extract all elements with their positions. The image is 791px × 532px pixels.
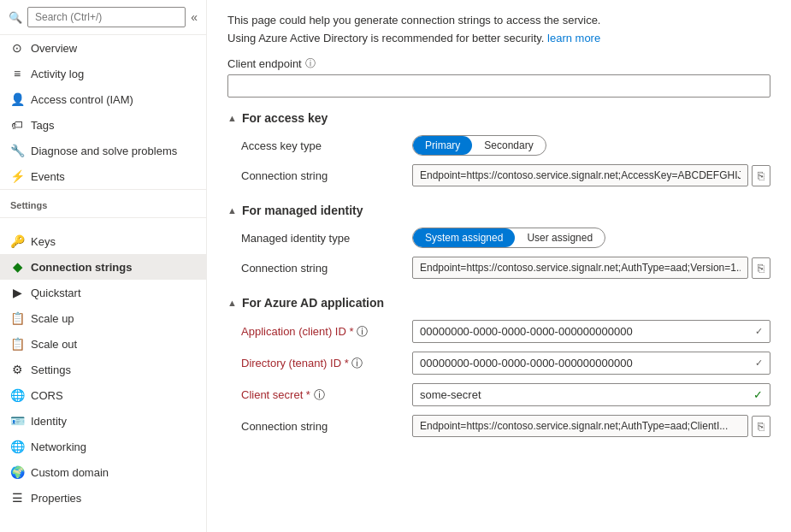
- access-key-conn-label: Connection string: [241, 169, 412, 182]
- networking-icon: 🌐: [10, 440, 24, 453]
- access-key-conn-input[interactable]: [412, 164, 748, 186]
- managed-identity-toggle-group: System assigned User assigned: [412, 228, 605, 248]
- overview-icon: ⊙: [10, 41, 24, 55]
- sidebar-item-label: Quickstart: [31, 287, 81, 299]
- app-id-input[interactable]: [420, 325, 755, 338]
- sidebar-item-properties[interactable]: ☰ Properties: [0, 485, 206, 511]
- user-assigned-button[interactable]: User assigned: [515, 228, 605, 247]
- connection-strings-icon: ◆: [10, 260, 24, 274]
- search-input[interactable]: [27, 7, 186, 27]
- app-id-info-icon[interactable]: ⓘ: [357, 325, 368, 338]
- system-assigned-button[interactable]: System assigned: [413, 228, 515, 247]
- sidebar-item-tags[interactable]: 🏷 Tags: [0, 112, 206, 138]
- identity-icon: 🪪: [10, 414, 24, 428]
- sidebar-item-custom-domain[interactable]: 🌍 Custom domain: [0, 459, 206, 485]
- sidebar-item-networking[interactable]: 🌐 Networking: [0, 434, 206, 459]
- client-endpoint-input[interactable]: [227, 74, 770, 98]
- managed-identity-conn-input[interactable]: [412, 257, 748, 279]
- keys-icon: 🔑: [10, 234, 24, 248]
- events-icon: ⚡: [10, 169, 24, 183]
- client-secret-info-icon[interactable]: ⓘ: [314, 388, 325, 401]
- azure-ad-section: ▲ For Azure AD application Application (…: [227, 296, 770, 437]
- app-id-dropdown: ✓: [412, 320, 770, 343]
- client-secret-content: ✓: [412, 383, 770, 406]
- custom-domain-icon: 🌍: [10, 465, 24, 479]
- access-control-icon: 👤: [10, 92, 24, 106]
- scale-out-icon: 📋: [10, 337, 24, 351]
- sidebar-item-events[interactable]: ⚡ Events: [0, 163, 206, 189]
- primary-button[interactable]: Primary: [413, 136, 472, 155]
- sidebar-item-overview[interactable]: ⊙ Overview: [0, 35, 206, 61]
- managed-identity-copy-button[interactable]: ⎘: [752, 257, 770, 279]
- sidebar-item-scale-up[interactable]: 📋 Scale up: [0, 305, 206, 331]
- settings-divider: [0, 217, 206, 218]
- sidebar-item-settings[interactable]: ⚙ Settings: [0, 357, 206, 382]
- sidebar-item-activity-log[interactable]: ≡ Activity log: [0, 61, 206, 86]
- access-key-title: For access key: [242, 111, 328, 125]
- sidebar-item-label: Settings: [31, 364, 71, 376]
- dir-id-input[interactable]: [420, 357, 755, 369]
- dir-id-info-icon[interactable]: ⓘ: [351, 357, 363, 369]
- client-secret-row: Client secret * ⓘ ✓: [227, 383, 770, 406]
- azure-ad-conn-content: ⎘: [412, 415, 770, 437]
- sidebar-item-connection-strings[interactable]: ◆ Connection strings: [0, 254, 206, 280]
- sidebar-item-cors[interactable]: 🌐 CORS: [0, 382, 206, 408]
- managed-identity-type-row: Managed identity type System assigned Us…: [227, 228, 770, 248]
- settings-nav-items: 🔑 Keys ◆ Connection strings ▶ Quickstart…: [0, 228, 206, 511]
- activity-log-icon: ≡: [10, 67, 24, 80]
- azure-ad-conn-label: Connection string: [241, 420, 412, 433]
- sidebar-item-diagnose[interactable]: 🔧 Diagnose and solve problems: [0, 138, 206, 163]
- azure-ad-copy-button[interactable]: ⎘: [752, 416, 770, 437]
- sidebar-item-label: Access control (IAM): [31, 93, 133, 106]
- quickstart-icon: ▶: [10, 286, 24, 299]
- settings-icon: ⚙: [10, 363, 24, 376]
- client-endpoint-info-icon[interactable]: ⓘ: [305, 56, 316, 71]
- dir-id-content: ✓: [412, 352, 770, 375]
- access-key-toggle-group: Primary Secondary: [412, 135, 546, 156]
- azure-ad-conn-input[interactable]: [412, 415, 748, 437]
- sidebar-item-label: Networking: [31, 440, 86, 453]
- access-key-type-content: Primary Secondary: [412, 135, 770, 156]
- managed-identity-header[interactable]: ▲ For managed identity: [227, 204, 770, 217]
- access-key-header[interactable]: ▲ For access key: [227, 111, 770, 125]
- page-hint: This page could help you generate connec…: [227, 14, 770, 27]
- dir-id-chevron-icon: ✓: [755, 358, 763, 369]
- sidebar-item-label: Connection strings: [31, 261, 132, 274]
- azure-ad-title: For Azure AD application: [242, 296, 384, 310]
- dir-id-row: Directory (tenant) ID * ⓘ ✓: [227, 352, 770, 375]
- sidebar-item-keys[interactable]: 🔑 Keys: [0, 228, 206, 254]
- app-id-content: ✓: [412, 320, 770, 343]
- sidebar-item-scale-out[interactable]: 📋 Scale out: [0, 331, 206, 357]
- managed-identity-chevron-icon: ▲: [227, 205, 237, 216]
- sidebar-item-quickstart[interactable]: ▶ Quickstart: [0, 280, 206, 305]
- access-key-copy-button[interactable]: ⎘: [752, 165, 770, 186]
- main-content: This page could help you generate connec…: [207, 0, 791, 532]
- sidebar-item-label: Custom domain: [31, 466, 109, 479]
- sidebar-item-access-control[interactable]: 👤 Access control (IAM): [0, 86, 206, 112]
- collapse-sidebar-button[interactable]: «: [191, 10, 198, 24]
- client-secret-input[interactable]: [420, 388, 753, 401]
- diagnose-icon: 🔧: [10, 144, 24, 157]
- client-endpoint-label: Client endpoint ⓘ: [227, 56, 770, 71]
- dir-id-dropdown: ✓: [412, 352, 770, 375]
- client-secret-check-icon: ✓: [753, 388, 763, 401]
- azure-ad-conn-row: Connection string ⎘: [227, 415, 770, 437]
- azure-ad-header[interactable]: ▲ For Azure AD application: [227, 296, 770, 310]
- app-id-chevron-icon: ✓: [755, 326, 763, 337]
- secondary-button[interactable]: Secondary: [472, 136, 545, 155]
- client-secret-dropdown: ✓: [412, 383, 770, 406]
- client-secret-label: Client secret * ⓘ: [241, 387, 412, 403]
- nav-items: ⊙ Overview ≡ Activity log 👤 Access contr…: [0, 35, 206, 189]
- managed-identity-conn-content: ⎘: [412, 257, 770, 279]
- dir-id-label: Directory (tenant) ID * ⓘ: [241, 356, 412, 371]
- learn-more-link[interactable]: learn more: [547, 32, 600, 44]
- aad-hint: Using Azure Active Directory is recommen…: [227, 32, 770, 44]
- client-endpoint-group: Client endpoint ⓘ: [227, 56, 770, 98]
- sidebar-item-label: Identity: [31, 415, 67, 428]
- access-key-section: ▲ For access key Access key type Primary…: [227, 111, 770, 186]
- sidebar-item-identity[interactable]: 🪪 Identity: [0, 408, 206, 434]
- sidebar-item-label: Keys: [31, 235, 56, 248]
- access-key-type-label: Access key type: [241, 139, 412, 152]
- scale-up-icon: 📋: [10, 311, 24, 325]
- managed-identity-section: ▲ For managed identity Managed identity …: [227, 204, 770, 279]
